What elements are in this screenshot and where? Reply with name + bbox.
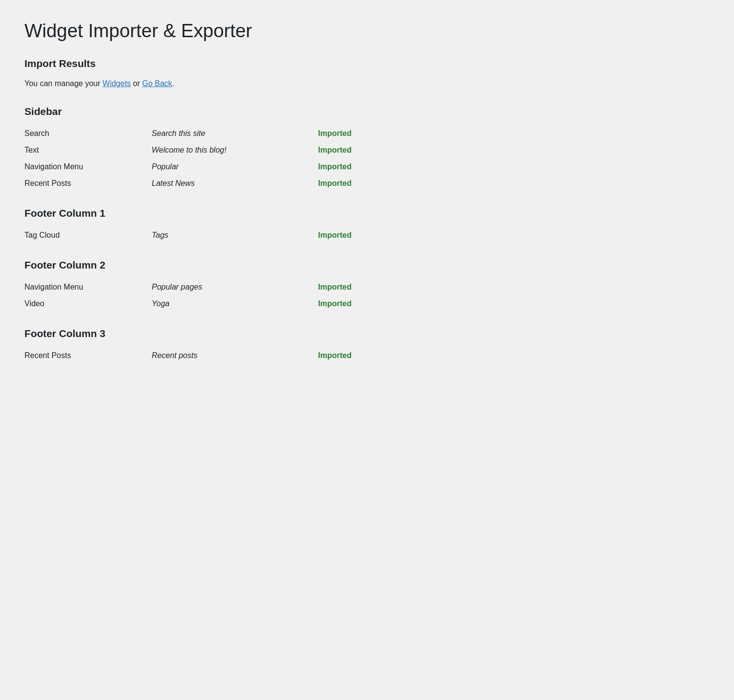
widget-name: Recent Posts <box>24 175 152 192</box>
table-footer-column-3: Recent PostsRecent postsImported <box>24 347 465 364</box>
table-row: TextWelcome to this blog!Imported <box>24 142 465 158</box>
widget-label: Tags <box>152 227 318 244</box>
widgets-link[interactable]: Widgets <box>103 79 131 88</box>
intro-text-after: . <box>172 79 174 88</box>
section-footer-column-2: Footer Column 2Navigation MenuPopular pa… <box>24 259 710 312</box>
heading-footer-column-2: Footer Column 2 <box>24 259 710 271</box>
widget-status: Imported <box>318 125 465 142</box>
widget-label: Popular <box>152 158 318 175</box>
heading-footer-column-3: Footer Column 3 <box>24 328 710 339</box>
widget-status: Imported <box>318 175 465 192</box>
widget-status: Imported <box>318 142 465 158</box>
widget-label: Yoga <box>152 295 318 312</box>
widget-status: Imported <box>318 295 465 312</box>
widget-name: Navigation Menu <box>24 158 152 175</box>
widget-name: Search <box>24 125 152 142</box>
intro-text-middle: or <box>131 79 142 88</box>
widget-status: Imported <box>318 347 465 364</box>
widget-name: Text <box>24 142 152 158</box>
section-sidebar: SidebarSearchSearch this siteImportedTex… <box>24 106 710 192</box>
intro-paragraph: You can manage your Widgets or Go Back. <box>24 77 710 90</box>
widget-status: Imported <box>318 227 465 244</box>
table-row: VideoYogaImported <box>24 295 465 312</box>
table-row: Recent PostsLatest NewsImported <box>24 175 465 192</box>
heading-sidebar: Sidebar <box>24 106 710 117</box>
table-footer-column-2: Navigation MenuPopular pagesImportedVide… <box>24 279 465 312</box>
widget-label: Recent posts <box>152 347 318 364</box>
widget-name: Navigation Menu <box>24 279 152 295</box>
widget-name: Recent Posts <box>24 347 152 364</box>
intro-text-before: You can manage your <box>24 79 103 88</box>
widget-label: Search this site <box>152 125 318 142</box>
sections-container: SidebarSearchSearch this siteImportedTex… <box>24 106 710 364</box>
heading-footer-column-1: Footer Column 1 <box>24 207 710 219</box>
widget-name: Video <box>24 295 152 312</box>
widget-status: Imported <box>318 158 465 175</box>
import-results-heading: Import Results <box>24 58 710 69</box>
table-row: SearchSearch this siteImported <box>24 125 465 142</box>
widget-name: Tag Cloud <box>24 227 152 244</box>
table-row: Navigation MenuPopularImported <box>24 158 465 175</box>
widget-label: Popular pages <box>152 279 318 295</box>
widget-label: Welcome to this blog! <box>152 142 318 158</box>
table-row: Recent PostsRecent postsImported <box>24 347 465 364</box>
table-row: Tag CloudTagsImported <box>24 227 465 244</box>
page-title: Widget Importer & Exporter <box>24 20 710 42</box>
section-footer-column-3: Footer Column 3Recent PostsRecent postsI… <box>24 328 710 364</box>
widget-label: Latest News <box>152 175 318 192</box>
table-footer-column-1: Tag CloudTagsImported <box>24 227 465 244</box>
table-row: Navigation MenuPopular pagesImported <box>24 279 465 295</box>
table-sidebar: SearchSearch this siteImportedTextWelcom… <box>24 125 465 192</box>
go-back-link[interactable]: Go Back <box>142 79 172 88</box>
widget-status: Imported <box>318 279 465 295</box>
section-footer-column-1: Footer Column 1Tag CloudTagsImported <box>24 207 710 244</box>
